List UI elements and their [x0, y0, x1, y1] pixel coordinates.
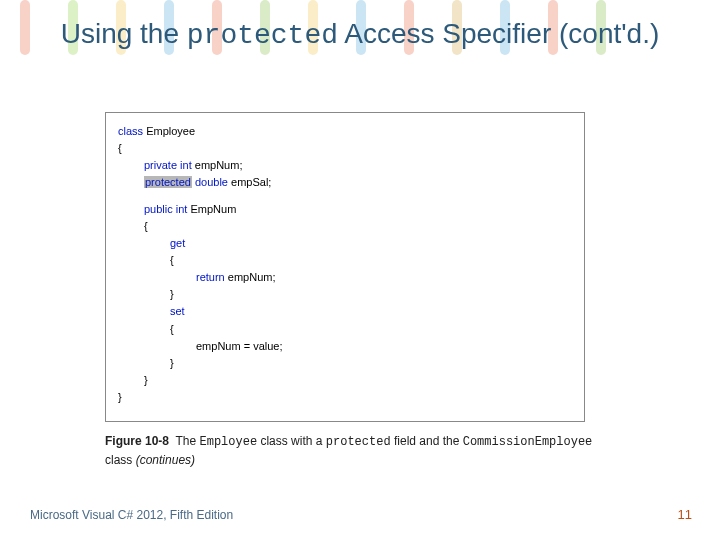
kw-get: get: [170, 237, 185, 249]
kw-class: class: [118, 125, 143, 137]
brace-get-close: }: [118, 286, 572, 303]
brace-set-open: {: [118, 321, 572, 338]
title-pre: Using the: [61, 18, 187, 49]
footer-text: Microsoft Visual C# 2012, Fifth Edition: [30, 508, 233, 522]
brace-prop-open: {: [118, 218, 572, 235]
cap-m3: CommissionEmployee: [463, 435, 593, 449]
stmt-assign: empNum = value;: [118, 338, 572, 355]
kw-private-int: private int: [144, 159, 192, 171]
brace-close: }: [118, 389, 572, 406]
kw-double: double: [195, 176, 228, 188]
brace-prop-close: }: [118, 372, 572, 389]
kw-public-int: public int: [144, 203, 187, 215]
id-empsal: empSal;: [231, 176, 271, 188]
kw-protected-hl: protected: [144, 176, 192, 188]
cap-m1: Employee: [200, 435, 258, 449]
code-figure: class Employee { private int empNum; pro…: [105, 112, 585, 422]
id-return-empnum: empNum;: [228, 271, 276, 283]
kw-return: return: [196, 271, 225, 283]
cap-t4: class: [105, 453, 136, 467]
slide-title: Using the protected Access Specifier (co…: [0, 0, 720, 52]
figure-label: Figure 10-8: [105, 434, 169, 448]
page-number: 11: [678, 507, 692, 522]
cap-t2: class with a: [257, 434, 326, 448]
cap-continues: (continues): [136, 453, 195, 467]
brace-open: {: [118, 140, 572, 157]
cap-m2: protected: [326, 435, 391, 449]
brace-get-open: {: [118, 252, 572, 269]
cap-t3: field and the: [391, 434, 463, 448]
id-empnum-decl: empNum;: [195, 159, 243, 171]
id-employee: Employee: [146, 125, 195, 137]
id-empnum-prop: EmpNum: [190, 203, 236, 215]
title-mono: protected: [187, 20, 338, 51]
title-post: Access Specifier (cont'd.): [338, 18, 659, 49]
brace-set-close: }: [118, 355, 572, 372]
figure-caption: Figure 10-8 The Employee class with a pr…: [105, 432, 595, 469]
cap-t1: The: [175, 434, 199, 448]
kw-set: set: [170, 305, 185, 317]
